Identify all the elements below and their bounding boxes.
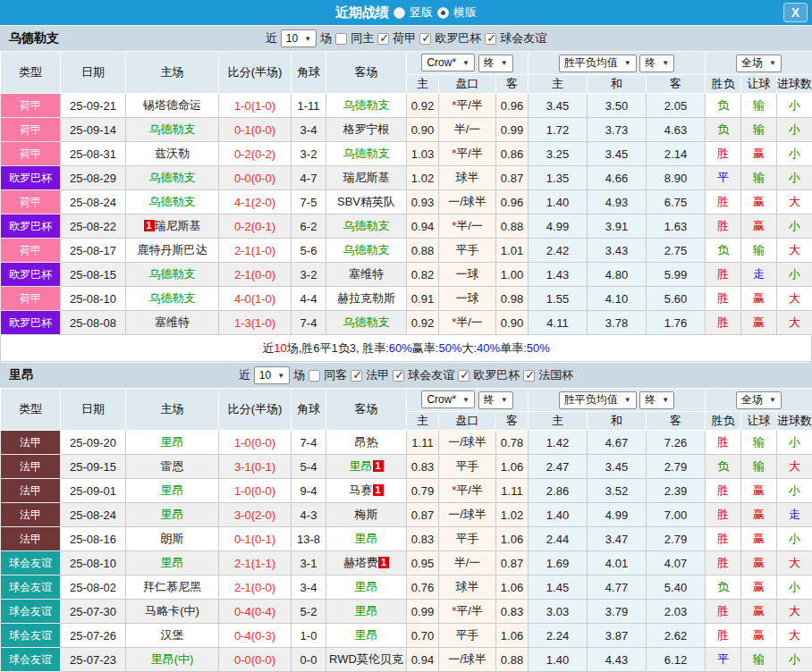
odds-source-select[interactable]: Crow*▼ (421, 391, 475, 408)
avg-away: 2.14 (647, 142, 706, 166)
sub-column-header: 主 (529, 412, 588, 431)
scope-select[interactable]: 全场▼ (736, 391, 782, 409)
league-checkbox[interactable] (351, 370, 362, 382)
odds-stage-select[interactable]: 终▼ (478, 55, 513, 72)
corner-score: 6-2 (292, 214, 326, 239)
odds-home: 1.11 (407, 431, 439, 455)
away-team: 里昂 (326, 624, 407, 648)
column-header: 日期 (61, 389, 126, 431)
league-checkbox-label: 欧罗巴杯 (435, 30, 481, 46)
close-button[interactable]: X (783, 3, 808, 22)
horizontal-layout-radio[interactable] (437, 7, 449, 19)
summary-part: 10 (274, 341, 286, 355)
match-count-select[interactable]: 10▼ (254, 366, 290, 384)
match-date: 25-08-22 (61, 214, 126, 239)
avg-home: 1.69 (529, 551, 588, 575)
result-label: 胜 (706, 551, 741, 575)
match-type-badge: 荷甲 (1, 239, 61, 263)
league-checkbox[interactable] (523, 370, 535, 382)
table-row: 法甲 25-09-01 里昂 1-0(0-0) 9-4 马赛1 0.79 *平/… (1, 479, 812, 503)
table-row: 荷甲 25-08-31 兹沃勒 0-2(0-2) 3-2 乌德勒支 1.03 *… (1, 142, 812, 166)
avg-away: 5.99 (647, 263, 706, 287)
goals-label: 大 (777, 600, 812, 624)
matches-table: 类型日期主场比分(半场)角球客场Crow*▼ 终▼ 胜平负均值▼ 终▼ 全场▼ … (0, 51, 812, 335)
corner-score: 3-4 (292, 575, 326, 600)
table-row: 荷甲 25-08-10 乌德勒支 4-0(1-0) 4-4 赫拉克勒斯 0.91… (1, 287, 812, 311)
odds-home: 0.79 (407, 479, 439, 503)
avg-home: 2.24 (529, 624, 588, 648)
avg-draw: 4.66 (588, 166, 647, 190)
avg-stage-select[interactable]: 终▼ (639, 55, 674, 72)
match-date: 25-07-23 (61, 648, 126, 672)
home-team: 雷恩 (126, 455, 219, 479)
avg-draw: 3.91 (588, 214, 647, 239)
chevron-down-icon: ▼ (662, 396, 669, 404)
corner-score: 7-4 (292, 311, 326, 335)
match-type-badge: 球会友谊 (1, 575, 61, 600)
rank-badge: 1 (373, 460, 384, 472)
match-count-select[interactable]: 10▼ (281, 29, 317, 47)
handicap-line: *平/半 (439, 142, 496, 166)
same-side-checkbox[interactable] (335, 33, 347, 45)
result-label: 负 (706, 575, 741, 600)
odds-home: 1.03 (407, 142, 439, 166)
handicap-line: 球半 (439, 166, 496, 190)
handicap-result-label: 输 (741, 239, 777, 263)
handicap-result-label: 赢 (741, 214, 777, 239)
avg-draw: 3.87 (588, 624, 647, 648)
match-filters: 近 10▼ 场 同主 荷甲 欧罗巴杯 球会友谊 (266, 29, 546, 47)
odds-away: 0.96 (496, 190, 529, 214)
league-checkbox[interactable] (393, 370, 404, 382)
handicap-result-label: 赢 (741, 624, 777, 648)
avg-type-select[interactable]: 胜平负均值▼ (559, 55, 637, 72)
avg-away: 7.26 (647, 431, 706, 455)
home-team: 里昂 (126, 551, 219, 575)
avg-home: 1.72 (529, 118, 588, 142)
scope-select[interactable]: 全场▼ (736, 55, 782, 72)
avg-type-select[interactable]: 胜平负均值▼ (559, 391, 637, 409)
avg-group-header: 胜平负均值▼ 终▼ (529, 52, 706, 75)
summary-part: 大: (461, 340, 477, 357)
result-label: 胜 (706, 600, 741, 624)
result-label: 平 (706, 166, 741, 190)
away-team: 塞维特 (326, 263, 407, 287)
league-checkbox[interactable] (485, 33, 496, 45)
home-team: 里昂(中) (126, 648, 219, 672)
odds-away: 1.06 (496, 575, 529, 600)
avg-home: 2.86 (529, 479, 588, 503)
odds-home: 0.99 (407, 600, 439, 624)
odds-home: 0.70 (407, 624, 439, 648)
corner-score: 4-7 (292, 166, 326, 190)
league-checkbox[interactable] (458, 370, 469, 382)
same-side-checkbox[interactable] (309, 370, 320, 382)
goals-label: 大 (777, 551, 812, 575)
away-team: 乌德勒支 (326, 239, 407, 263)
sub-column-header: 让球 (741, 75, 777, 94)
table-row: 法甲 25-09-15 雷恩 3-1(0-1) 5-4 里昂1 0.83 平手 … (1, 455, 812, 479)
home-team: 兹沃勒 (126, 142, 219, 166)
away-team: RWD莫伦贝克 (326, 648, 407, 672)
match-date: 25-08-16 (61, 527, 126, 551)
odds-away: 0.96 (496, 94, 529, 118)
sub-column-header: 客 (496, 412, 529, 431)
table-row: 荷甲 25-08-17 鹿特丹斯巴达 2-1(1-0) 5-6 乌德勒支 0.8… (1, 239, 812, 263)
avg-home: 2.42 (529, 239, 588, 263)
avg-stage-select[interactable]: 终▼ (639, 391, 674, 409)
result-label: 胜 (706, 431, 741, 455)
match-score: 0-4(0-3) (219, 624, 292, 648)
match-score: 2-1(0-0) (219, 263, 292, 287)
odds-source-select[interactable]: Crow*▼ (421, 54, 475, 71)
home-team: 里昂 (126, 479, 219, 503)
vertical-layout-radio[interactable] (393, 7, 405, 19)
league-checkbox[interactable] (377, 33, 389, 45)
odds-away: 0.87 (496, 551, 529, 575)
match-score: 3-0(2-0) (219, 503, 292, 527)
summary-part: 单率: (500, 340, 527, 357)
odds-stage-select[interactable]: 终▼ (478, 391, 513, 409)
avg-home: 1.55 (529, 287, 588, 311)
league-checkbox[interactable] (419, 33, 431, 45)
table-row: 荷甲 25-09-14 乌德勒支 0-1(0-0) 3-4 格罗宁根 0.90 … (1, 118, 812, 142)
sub-column-header: 进球数 (777, 412, 812, 431)
scope-group-header: 全场▼ (706, 389, 812, 412)
corner-score: 1-11 (292, 94, 326, 118)
